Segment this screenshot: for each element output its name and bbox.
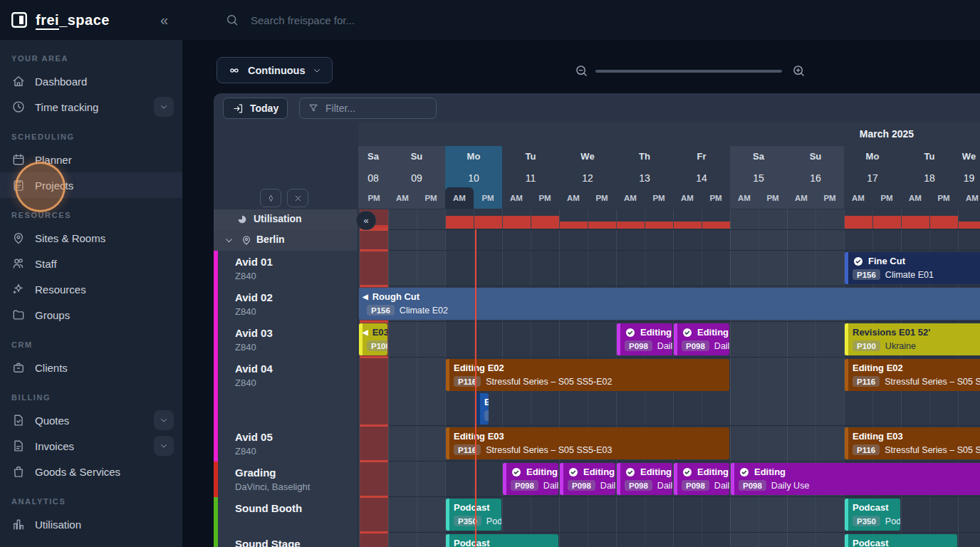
sidebar-item-clients[interactable]: Clients: [0, 355, 182, 380]
task-title: Editing: [640, 326, 672, 338]
pie-chart-icon: [236, 214, 248, 225]
resource-header-cell: [214, 123, 358, 209]
sidebar-item-invoices[interactable]: Invoices: [0, 433, 182, 459]
task-bar-editing[interactable]: EditingP098Daily Use: [560, 463, 615, 495]
task-bar-podcast[interactable]: PodcastP350Podcast: [845, 534, 957, 547]
zoom-in-icon[interactable]: [791, 63, 806, 78]
global-search-input[interactable]: Search freispace for...: [251, 14, 355, 26]
sidebar-nav: YOUR AREADashboardTime trackingSCHEDULIN…: [0, 40, 182, 537]
resource-name: Avid 04: [235, 363, 273, 375]
sidebar-item-label: Projects: [35, 179, 73, 192]
sidebar-item-groups[interactable]: Groups: [0, 302, 182, 328]
task-title-row: Editing: [739, 466, 978, 478]
sidebar-item-staff[interactable]: Staff: [0, 251, 182, 276]
task-color-stripe: [845, 499, 848, 531]
resource-row-avid-02[interactable]: Avid 02Z840: [214, 286, 358, 322]
app-root: frei_space « YOUR AREADashboardTime trac…: [0, 0, 980, 547]
resource-row-grading[interactable]: GradingDaVinci, Baselight: [214, 462, 358, 497]
day-column-th13[interactable]: Th13AMPM: [616, 146, 673, 209]
task-bar-editing[interactable]: EditingP098Daily Use: [617, 323, 672, 355]
chevron-down-icon[interactable]: [224, 235, 234, 246]
task-bar-podcast[interactable]: PodcastP350Podcast: [446, 534, 558, 547]
group-row-berlin[interactable]: Berlin: [214, 230, 358, 251]
sidebar-item-goods-services[interactable]: Goods & Services: [0, 459, 182, 484]
resource-row-avid-04[interactable]: Avid 04Z840: [214, 358, 358, 426]
day-column-tu11[interactable]: Tu11AMPM: [502, 146, 559, 209]
sidebar-item-time-tracking[interactable]: Time tracking: [0, 94, 182, 120]
task-bar-editing-e03[interactable]: Editing E03P116Stressful Series – S05 SS…: [845, 427, 980, 459]
day-number-label: 18: [901, 172, 958, 184]
day-column-sa08[interactable]: Sa08AMPM: [358, 146, 388, 209]
sidebar-item-planner[interactable]: Planner: [0, 147, 182, 172]
check-circle-icon: [682, 327, 693, 338]
sidebar-collapse-button[interactable]: «: [156, 11, 172, 30]
sidebar-item-label: Goods & Services: [35, 466, 120, 478]
sidebar-item-projects[interactable]: Projects: [0, 172, 182, 198]
clear-selection-button[interactable]: [287, 189, 308, 207]
resource-row-avid-01[interactable]: Avid 01Z840: [214, 251, 358, 286]
day-column-fr14[interactable]: Fr14AMPM: [673, 146, 730, 209]
chevron-down-icon[interactable]: [154, 436, 174, 456]
task-bar-editing[interactable]: EditingP098Daily Use: [674, 323, 729, 355]
utilisation-bar: [617, 222, 645, 229]
day-column-we19[interactable]: We19AMPM: [958, 146, 980, 209]
task-color-stripe: [731, 463, 734, 495]
day-column-we12[interactable]: We12AMPM: [559, 146, 616, 209]
utilisation-bar: [474, 216, 502, 229]
sidebar-item-quotes[interactable]: Quotes: [0, 407, 182, 433]
resource-color-stripe: [214, 497, 218, 533]
day-column-sa15[interactable]: Sa15AMPM: [730, 146, 787, 209]
task-title: Fine Cut: [868, 255, 905, 267]
today-button[interactable]: Today: [223, 98, 288, 119]
sidebar-item-dashboard[interactable]: Dashboard: [0, 68, 182, 94]
filter-input[interactable]: Filter...: [299, 98, 437, 119]
task-detail-row: P100: [367, 340, 383, 351]
task-title-row: Podcast: [853, 501, 896, 514]
zoom-slider-track[interactable]: [595, 70, 782, 73]
task-bar-podcast[interactable]: PodcastP350Podcast: [446, 499, 501, 531]
sidebar-item-resources[interactable]: Resources: [0, 276, 182, 302]
sidebar-item-sites-rooms[interactable]: Sites & Rooms: [0, 225, 182, 251]
day-column-su16[interactable]: Su16AMPM: [787, 146, 844, 209]
task-bar-editing-e03[interactable]: Editing E03P116Stressful Series – S05 SS…: [446, 427, 729, 459]
resource-row-sound-stage[interactable]: Sound Stage: [214, 533, 358, 547]
group-label: Berlin: [256, 234, 285, 245]
task-bar-e03-[interactable]: ◀E03 +P100: [359, 323, 387, 355]
task-title: Editing: [526, 466, 558, 478]
task-bar-podcast[interactable]: PodcastP350Podcast: [845, 499, 900, 531]
resource-row-avid-03[interactable]: Avid 03Z840: [214, 322, 358, 358]
expand-rows-button[interactable]: [260, 189, 281, 207]
sidebar-item-utilisation[interactable]: Utilisation: [0, 511, 182, 537]
resource-row-avid-05[interactable]: Avid 05Z840: [214, 426, 358, 462]
task-bar-editing-e02[interactable]: Editing E02P116Stressful Series – S05 SS…: [446, 359, 729, 391]
task-bar-rough-cut[interactable]: ◀Rough CutP156Climate E02: [359, 288, 980, 320]
task-bar-editing[interactable]: EditingP098Daily Use: [674, 463, 729, 495]
task-bar-editing[interactable]: EditingP098Daily Use: [503, 463, 558, 495]
zoom-out-icon[interactable]: [574, 63, 589, 78]
app-logo-text[interactable]: frei_space: [36, 12, 110, 28]
halfday-label: AM: [559, 194, 588, 202]
task-bar-editing[interactable]: EditingP098Daily Use: [617, 463, 672, 495]
task-bar-fine-cut[interactable]: Fine CutP156Climate E01: [845, 252, 980, 284]
chevron-down-icon[interactable]: [154, 97, 174, 117]
halfday-label: PM: [702, 194, 730, 202]
project-name: Daily Use: [771, 481, 810, 491]
collapse-resource-panel-button[interactable]: «: [356, 211, 376, 230]
view-mode-dropdown[interactable]: Continuous: [217, 57, 333, 83]
day-column-su09[interactable]: Su09AMPM: [388, 146, 445, 209]
resource-row-sound-booth[interactable]: Sound Booth: [214, 497, 358, 533]
day-column-tu18[interactable]: Tu18AMPM: [901, 146, 958, 209]
task-bar-editing[interactable]: EditingP098Daily Use: [731, 463, 980, 495]
day-number-label: 19: [958, 172, 980, 184]
project-name: Climate E02: [400, 306, 448, 316]
task-detail-row: P156Climate E02: [367, 305, 978, 316]
task-bar-editing-e02[interactable]: Editing E02P116Stressful Series – S05 SS…: [476, 393, 489, 424]
chevron-down-icon[interactable]: [154, 410, 174, 430]
task-color-stripe: [446, 427, 449, 459]
task-bar-revisions-e01-52-[interactable]: Revisions E01 52'P100Ukraine: [845, 323, 980, 355]
task-bar-editing-e02[interactable]: Editing E02P116Stressful Series – S05 SS…: [845, 359, 980, 391]
day-column-mo10[interactable]: Mo10AMPM: [445, 146, 502, 209]
day-column-mo17[interactable]: Mo17AMPM: [844, 146, 901, 209]
task-title: Revisions E01 52': [853, 326, 930, 338]
doccheck-icon: [11, 413, 26, 427]
